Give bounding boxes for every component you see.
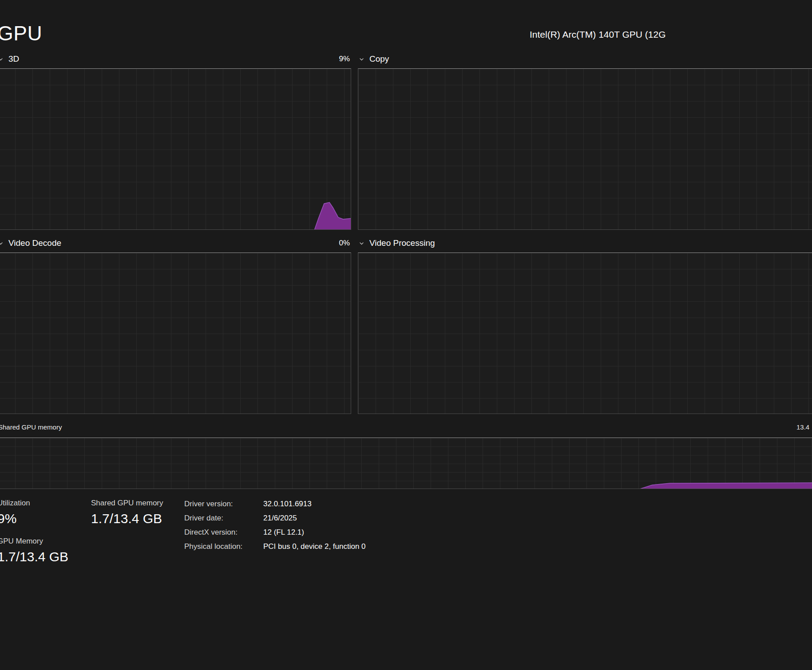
panel-value-3d: 9% [339, 55, 350, 63]
panel-header-video-processing: Video Processing [358, 236, 812, 251]
panel-title-copy: Copy [369, 54, 389, 64]
task-manager-gpu-page: GPU Intel(R) Arc(TM) 140T GPU (12G 3D 9%… [0, 0, 812, 670]
chart-video-processing[interactable] [358, 252, 812, 414]
chart-copy[interactable] [358, 68, 812, 230]
panel-title-3d: 3D [8, 54, 19, 64]
panel-header-3d: 3D 9% [0, 51, 351, 67]
driver-version-label: Driver version: [184, 500, 263, 508]
gpu-memory-value: 1.7/13.4 GB [0, 549, 68, 564]
driver-version-value: 32.0.101.6913 [263, 500, 366, 508]
panel-title-video-decode: Video Decode [8, 238, 61, 248]
shared-gpu-memory-scale-label: 13.4 [796, 423, 809, 431]
usage-graph-shared-memory [0, 438, 812, 489]
chevron-down-icon[interactable] [0, 240, 4, 246]
chevron-down-icon[interactable] [359, 56, 364, 62]
chevron-down-icon[interactable] [0, 56, 4, 62]
gpu-panel-video-decode: Video Decode 0% [0, 236, 351, 414]
panel-value-video-decode: 0% [339, 239, 350, 248]
panel-header-copy: Copy [358, 51, 812, 67]
physical-location-label: Physical location: [184, 542, 263, 551]
panel-header-video-decode: Video Decode 0% [0, 236, 351, 251]
driver-date-value: 21/6/2025 [263, 514, 366, 523]
directx-version-value: 12 (FL 12.1) [263, 528, 366, 537]
driver-date-label: Driver date: [184, 514, 263, 523]
chevron-down-icon[interactable] [359, 240, 364, 246]
chart-3d[interactable] [0, 68, 351, 230]
utilization-label: Utilization [0, 499, 30, 508]
chart-video-decode[interactable] [0, 252, 351, 414]
gpu-panel-3d: 3D 9% [0, 51, 351, 230]
gpu-panel-copy: Copy [358, 51, 812, 230]
chart-shared-gpu-memory[interactable] [0, 437, 812, 489]
panel-title-video-processing: Video Processing [369, 238, 435, 248]
shared-gpu-memory-label: Shared GPU memory [91, 499, 163, 508]
gpu-device-name: Intel(R) Arc(TM) 140T GPU (12G [530, 29, 666, 40]
physical-location-value: PCI bus 0, device 2, function 0 [263, 542, 366, 551]
gpu-details: Driver version: 32.0.101.6913 Driver dat… [184, 500, 366, 551]
shared-gpu-memory-value: 1.7/13.4 GB [91, 511, 162, 526]
directx-version-label: DirectX version: [184, 528, 263, 537]
utilization-value: 9% [0, 511, 16, 526]
page-title: GPU [0, 21, 42, 45]
usage-graph-3d [0, 69, 351, 229]
gpu-memory-label: GPU Memory [0, 537, 43, 546]
gpu-panel-video-processing: Video Processing [358, 236, 812, 414]
shared-gpu-memory-chart-title: Shared GPU memory [0, 423, 62, 431]
